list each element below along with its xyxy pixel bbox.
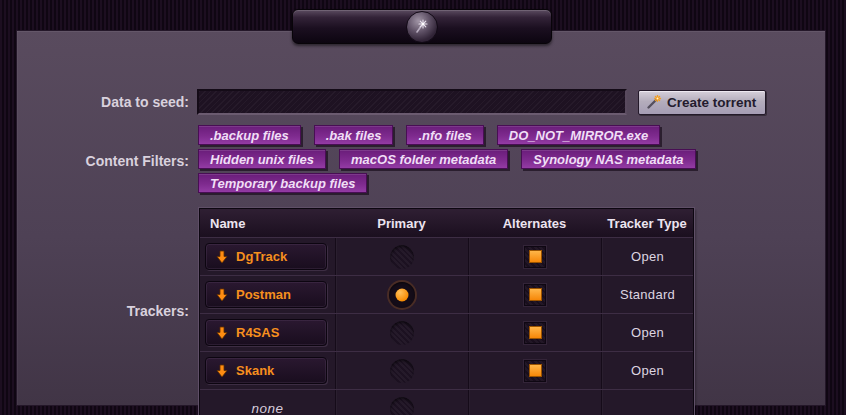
chip-row: Hidden unix filesmacOS folder metadataSy… bbox=[198, 149, 698, 169]
table-cell: none bbox=[200, 390, 335, 415]
column-header-tracker-type: Tracker Type bbox=[601, 209, 693, 237]
tracker-name-button[interactable]: Skank bbox=[205, 357, 327, 384]
table-cell bbox=[468, 276, 601, 313]
table-cell bbox=[468, 238, 601, 275]
wand-sparkle-icon bbox=[412, 17, 432, 37]
table-cell: Open bbox=[601, 352, 693, 389]
table-cell: Open bbox=[601, 238, 693, 275]
table-cell: R4SAS bbox=[200, 314, 335, 351]
tracker-name-button[interactable]: Postman bbox=[205, 281, 327, 308]
primary-radio[interactable] bbox=[390, 359, 414, 383]
trackers-table: NamePrimaryAlternatesTracker Type DgTrac… bbox=[199, 208, 694, 415]
table-cell: Postman bbox=[200, 276, 335, 313]
tracker-name-label: Skank bbox=[236, 363, 274, 378]
table-cell bbox=[335, 390, 468, 415]
download-arrow-icon bbox=[216, 364, 228, 378]
table-cell bbox=[601, 390, 693, 415]
tracker-name-button[interactable]: DgTrack bbox=[205, 243, 327, 270]
trackers-label: Trackers: bbox=[17, 303, 189, 319]
window-top-bar bbox=[292, 9, 552, 44]
alternates-checkbox[interactable] bbox=[524, 360, 546, 382]
column-header-name: Name bbox=[200, 209, 335, 237]
content-filter-chips: .backup files.bak files.nfo filesDO_NOT_… bbox=[198, 125, 698, 197]
magic-wand-icon bbox=[646, 95, 662, 110]
content-filter-chip[interactable]: Synology NAS metadata bbox=[521, 149, 695, 169]
tracker-type-label: Standard bbox=[620, 287, 675, 302]
primary-radio[interactable] bbox=[390, 245, 414, 269]
table-cell: Standard bbox=[601, 276, 693, 313]
content-filter-chip[interactable]: Hidden unix files bbox=[198, 149, 326, 169]
table-cell bbox=[468, 352, 601, 389]
tracker-type-label: Open bbox=[631, 325, 664, 340]
tracker-row: none bbox=[200, 389, 693, 415]
tracker-name-button[interactable]: R4SAS bbox=[205, 319, 327, 346]
chip-row: Temporary backup files bbox=[198, 173, 698, 193]
table-cell bbox=[335, 314, 468, 351]
alternates-checkbox[interactable] bbox=[524, 246, 546, 268]
table-cell: Skank bbox=[200, 352, 335, 389]
data-to-seed-label: Data to seed: bbox=[17, 94, 189, 110]
wand-knob-button[interactable] bbox=[406, 11, 438, 43]
tracker-row: PostmanStandard bbox=[200, 275, 693, 313]
chip-row: .backup files.bak files.nfo filesDO_NOT_… bbox=[198, 125, 698, 145]
tracker-name-label: DgTrack bbox=[236, 249, 287, 264]
tracker-type-label: Open bbox=[631, 363, 664, 378]
table-cell bbox=[468, 314, 601, 351]
trackers-table-body: DgTrackOpenPostmanStandardR4SASOpenSkank… bbox=[200, 237, 693, 415]
download-arrow-icon bbox=[216, 288, 228, 302]
download-arrow-icon bbox=[216, 250, 228, 264]
tracker-row: DgTrackOpen bbox=[200, 237, 693, 275]
main-panel: Data to seed: Create torrent Conte bbox=[16, 30, 826, 406]
content-filter-chip[interactable]: .nfo files bbox=[406, 125, 483, 145]
primary-radio[interactable] bbox=[390, 321, 414, 345]
table-cell: DgTrack bbox=[200, 238, 335, 275]
table-cell bbox=[335, 238, 468, 275]
trackers-table-header: NamePrimaryAlternatesTracker Type bbox=[200, 209, 693, 237]
content-filter-chip[interactable]: .backup files bbox=[198, 125, 301, 145]
column-header-alternates: Alternates bbox=[468, 209, 601, 237]
tracker-type-label: Open bbox=[631, 249, 664, 264]
data-to-seed-input[interactable] bbox=[197, 89, 627, 115]
tracker-name-label: R4SAS bbox=[236, 325, 279, 340]
table-cell bbox=[335, 352, 468, 389]
content-filter-chip[interactable]: Temporary backup files bbox=[198, 173, 367, 193]
content-filters-label: Content Filters: bbox=[17, 153, 189, 169]
torrent-creator-window: Data to seed: Create torrent Conte bbox=[0, 0, 846, 415]
column-header-primary: Primary bbox=[335, 209, 468, 237]
primary-radio[interactable] bbox=[389, 282, 415, 308]
create-torrent-label: Create torrent bbox=[667, 95, 756, 110]
create-torrent-button[interactable]: Create torrent bbox=[638, 90, 766, 115]
tracker-row: R4SASOpen bbox=[200, 313, 693, 351]
no-tracker-label: none bbox=[251, 401, 283, 415]
content-filter-chip[interactable]: .bak files bbox=[314, 125, 394, 145]
tracker-row: SkankOpen bbox=[200, 351, 693, 389]
content-filter-chip[interactable]: DO_NOT_MIRROR.exe bbox=[497, 125, 660, 145]
tracker-name-label: Postman bbox=[236, 287, 291, 302]
table-cell: Open bbox=[601, 314, 693, 351]
table-cell bbox=[468, 390, 601, 415]
table-cell bbox=[335, 276, 468, 313]
download-arrow-icon bbox=[216, 326, 228, 340]
alternates-checkbox[interactable] bbox=[524, 322, 546, 344]
primary-radio[interactable] bbox=[390, 397, 414, 415]
content-filter-chip[interactable]: macOS folder metadata bbox=[339, 149, 508, 169]
alternates-checkbox[interactable] bbox=[524, 284, 546, 306]
